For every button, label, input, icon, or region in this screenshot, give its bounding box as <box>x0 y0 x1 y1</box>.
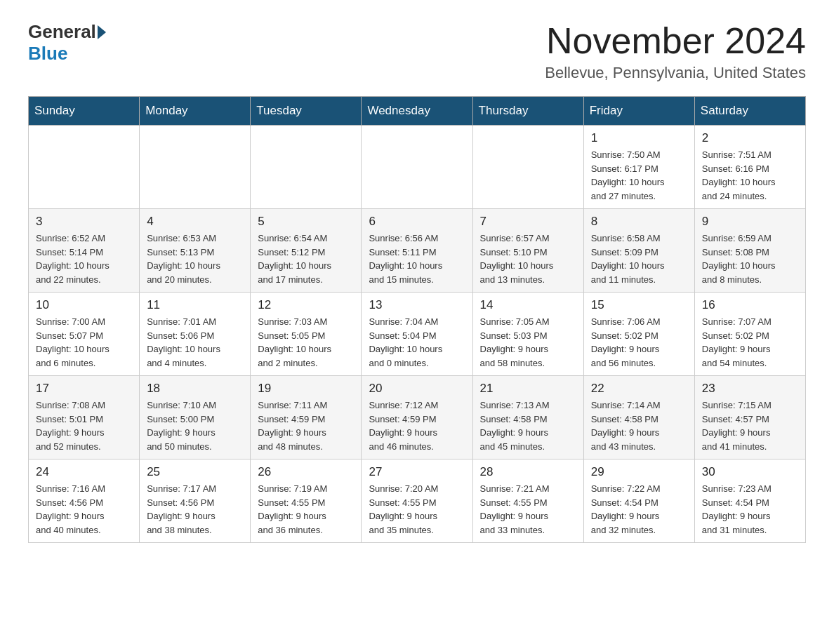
day-info: Sunrise: 7:01 AM Sunset: 5:06 PM Dayligh… <box>147 315 243 370</box>
day-info: Sunrise: 6:59 AM Sunset: 5:08 PM Dayligh… <box>702 232 798 286</box>
calendar-week-2: 3Sunrise: 6:52 AM Sunset: 5:14 PM Daylig… <box>29 209 806 293</box>
day-number: 14 <box>480 298 576 312</box>
weekday-header-friday: Friday <box>583 97 694 126</box>
day-number: 18 <box>147 382 243 396</box>
day-number: 6 <box>369 215 465 229</box>
calendar-cell: 5Sunrise: 6:54 AM Sunset: 5:12 PM Daylig… <box>251 209 362 293</box>
day-number: 9 <box>702 215 798 229</box>
day-info: Sunrise: 7:14 AM Sunset: 4:58 PM Dayligh… <box>591 398 687 453</box>
weekday-header-sunday: Sunday <box>29 97 140 126</box>
day-number: 28 <box>480 465 576 479</box>
calendar-cell: 11Sunrise: 7:01 AM Sunset: 5:06 PM Dayli… <box>140 293 251 376</box>
logo-arrow-icon <box>98 25 106 39</box>
day-info: Sunrise: 7:05 AM Sunset: 5:03 PM Dayligh… <box>480 315 576 370</box>
location-title: Bellevue, Pennsylvania, United States <box>545 64 806 82</box>
day-number: 23 <box>702 382 798 396</box>
month-title: November 2024 <box>545 21 806 61</box>
day-info: Sunrise: 7:51 AM Sunset: 6:16 PM Dayligh… <box>702 148 798 203</box>
day-number: 11 <box>147 298 243 312</box>
day-number: 3 <box>36 215 132 229</box>
calendar-cell: 8Sunrise: 6:58 AM Sunset: 5:09 PM Daylig… <box>583 209 694 293</box>
day-number: 19 <box>258 382 354 396</box>
day-number: 12 <box>258 298 354 312</box>
day-info: Sunrise: 7:13 AM Sunset: 4:58 PM Dayligh… <box>480 398 576 453</box>
calendar-cell: 19Sunrise: 7:11 AM Sunset: 4:59 PM Dayli… <box>251 376 362 459</box>
day-number: 16 <box>702 298 798 312</box>
day-info: Sunrise: 7:16 AM Sunset: 4:56 PM Dayligh… <box>36 482 132 537</box>
title-section: November 2024 Bellevue, Pennsylvania, Un… <box>545 21 806 82</box>
day-info: Sunrise: 6:58 AM Sunset: 5:09 PM Dayligh… <box>591 232 687 286</box>
day-info: Sunrise: 7:04 AM Sunset: 5:04 PM Dayligh… <box>369 315 465 370</box>
day-info: Sunrise: 7:12 AM Sunset: 4:59 PM Dayligh… <box>369 398 465 453</box>
calendar-cell <box>472 126 583 209</box>
day-info: Sunrise: 6:53 AM Sunset: 5:13 PM Dayligh… <box>147 232 243 286</box>
day-number: 30 <box>702 465 798 479</box>
day-info: Sunrise: 7:10 AM Sunset: 5:00 PM Dayligh… <box>147 398 243 453</box>
weekday-header-tuesday: Tuesday <box>251 97 362 126</box>
day-info: Sunrise: 7:22 AM Sunset: 4:54 PM Dayligh… <box>591 482 687 537</box>
weekday-header-row: SundayMondayTuesdayWednesdayThursdayFrid… <box>29 97 806 126</box>
day-number: 5 <box>258 215 354 229</box>
day-number: 10 <box>36 298 132 312</box>
day-info: Sunrise: 7:17 AM Sunset: 4:56 PM Dayligh… <box>147 482 243 537</box>
day-info: Sunrise: 7:50 AM Sunset: 6:17 PM Dayligh… <box>591 148 687 203</box>
calendar-cell: 14Sunrise: 7:05 AM Sunset: 5:03 PM Dayli… <box>472 293 583 376</box>
day-info: Sunrise: 7:00 AM Sunset: 5:07 PM Dayligh… <box>36 315 132 370</box>
day-info: Sunrise: 7:07 AM Sunset: 5:02 PM Dayligh… <box>702 315 798 370</box>
calendar-week-3: 10Sunrise: 7:00 AM Sunset: 5:07 PM Dayli… <box>29 293 806 376</box>
calendar-cell: 12Sunrise: 7:03 AM Sunset: 5:05 PM Dayli… <box>251 293 362 376</box>
day-info: Sunrise: 7:03 AM Sunset: 5:05 PM Dayligh… <box>258 315 354 370</box>
calendar-cell: 21Sunrise: 7:13 AM Sunset: 4:58 PM Dayli… <box>472 376 583 459</box>
calendar-cell: 27Sunrise: 7:20 AM Sunset: 4:55 PM Dayli… <box>362 459 472 543</box>
day-info: Sunrise: 7:23 AM Sunset: 4:54 PM Dayligh… <box>702 482 798 537</box>
calendar-cell: 23Sunrise: 7:15 AM Sunset: 4:57 PM Dayli… <box>694 376 805 459</box>
day-number: 25 <box>147 465 243 479</box>
day-info: Sunrise: 6:54 AM Sunset: 5:12 PM Dayligh… <box>258 232 354 286</box>
calendar-cell <box>29 126 140 209</box>
calendar-week-1: 1Sunrise: 7:50 AM Sunset: 6:17 PM Daylig… <box>29 126 806 209</box>
calendar-week-4: 17Sunrise: 7:08 AM Sunset: 5:01 PM Dayli… <box>29 376 806 459</box>
day-info: Sunrise: 7:20 AM Sunset: 4:55 PM Dayligh… <box>369 482 465 537</box>
day-info: Sunrise: 7:21 AM Sunset: 4:55 PM Dayligh… <box>480 482 576 537</box>
day-number: 29 <box>591 465 687 479</box>
calendar-table: SundayMondayTuesdayWednesdayThursdayFrid… <box>28 96 806 543</box>
day-number: 21 <box>480 382 576 396</box>
calendar-cell: 10Sunrise: 7:00 AM Sunset: 5:07 PM Dayli… <box>29 293 140 376</box>
day-number: 7 <box>480 215 576 229</box>
calendar-cell: 26Sunrise: 7:19 AM Sunset: 4:55 PM Dayli… <box>251 459 362 543</box>
day-number: 2 <box>702 131 798 145</box>
calendar-cell: 28Sunrise: 7:21 AM Sunset: 4:55 PM Dayli… <box>472 459 583 543</box>
day-number: 1 <box>591 131 687 145</box>
day-number: 15 <box>591 298 687 312</box>
calendar-cell: 1Sunrise: 7:50 AM Sunset: 6:17 PM Daylig… <box>583 126 694 209</box>
calendar-cell: 2Sunrise: 7:51 AM Sunset: 6:16 PM Daylig… <box>694 126 805 209</box>
calendar-cell: 24Sunrise: 7:16 AM Sunset: 4:56 PM Dayli… <box>29 459 140 543</box>
day-info: Sunrise: 7:19 AM Sunset: 4:55 PM Dayligh… <box>258 482 354 537</box>
calendar-cell: 3Sunrise: 6:52 AM Sunset: 5:14 PM Daylig… <box>29 209 140 293</box>
logo-blue-text: Blue <box>28 43 67 64</box>
day-number: 13 <box>369 298 465 312</box>
calendar-cell: 29Sunrise: 7:22 AM Sunset: 4:54 PM Dayli… <box>583 459 694 543</box>
day-info: Sunrise: 7:11 AM Sunset: 4:59 PM Dayligh… <box>258 398 354 453</box>
calendar-cell: 4Sunrise: 6:53 AM Sunset: 5:13 PM Daylig… <box>140 209 251 293</box>
day-number: 17 <box>36 382 132 396</box>
weekday-header-wednesday: Wednesday <box>362 97 472 126</box>
day-number: 27 <box>369 465 465 479</box>
day-number: 22 <box>591 382 687 396</box>
day-info: Sunrise: 6:52 AM Sunset: 5:14 PM Dayligh… <box>36 232 132 286</box>
calendar-cell: 30Sunrise: 7:23 AM Sunset: 4:54 PM Dayli… <box>694 459 805 543</box>
calendar-cell: 16Sunrise: 7:07 AM Sunset: 5:02 PM Dayli… <box>694 293 805 376</box>
calendar-cell: 6Sunrise: 6:56 AM Sunset: 5:11 PM Daylig… <box>362 209 472 293</box>
day-number: 20 <box>369 382 465 396</box>
logo-general-text: General <box>28 21 96 43</box>
calendar-cell: 13Sunrise: 7:04 AM Sunset: 5:04 PM Dayli… <box>362 293 472 376</box>
calendar-cell: 22Sunrise: 7:14 AM Sunset: 4:58 PM Dayli… <box>583 376 694 459</box>
calendar-cell: 9Sunrise: 6:59 AM Sunset: 5:08 PM Daylig… <box>694 209 805 293</box>
day-info: Sunrise: 6:56 AM Sunset: 5:11 PM Dayligh… <box>369 232 465 286</box>
weekday-header-saturday: Saturday <box>694 97 805 126</box>
calendar-cell <box>140 126 251 209</box>
calendar-cell <box>362 126 472 209</box>
calendar-cell: 20Sunrise: 7:12 AM Sunset: 4:59 PM Dayli… <box>362 376 472 459</box>
calendar-cell: 15Sunrise: 7:06 AM Sunset: 5:02 PM Dayli… <box>583 293 694 376</box>
day-info: Sunrise: 7:08 AM Sunset: 5:01 PM Dayligh… <box>36 398 132 453</box>
